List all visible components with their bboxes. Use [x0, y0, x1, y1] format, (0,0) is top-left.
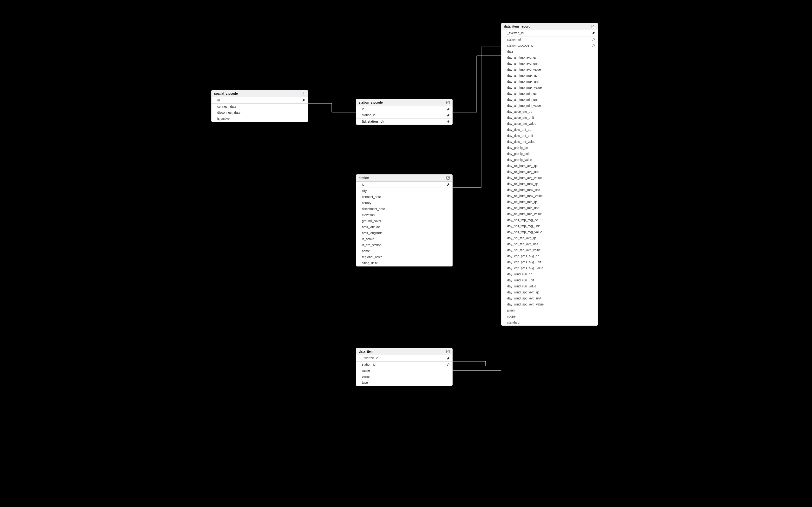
column-row[interactable]: day_air_tmp_min_qc	[502, 91, 598, 97]
column-row[interactable]: day_rel_hum_min_value	[502, 211, 598, 217]
column-row[interactable]: day_rel_hum_avg_value	[502, 175, 598, 181]
column-row[interactable]: day_precip_unit	[502, 151, 598, 157]
expand-icon[interactable]	[446, 101, 450, 104]
table-title: spatial_zipcode	[214, 92, 238, 95]
column-row[interactable]: connect_date	[356, 194, 452, 200]
table-header[interactable]: station	[356, 175, 452, 181]
column-row[interactable]: date	[502, 49, 598, 55]
table-header[interactable]: data_item	[356, 348, 452, 355]
column-row[interactable]: standard	[502, 320, 598, 326]
table-header[interactable]: spatial_zipcode	[212, 90, 308, 97]
column-row[interactable]: day_wind_spd_avg_value	[502, 301, 598, 307]
column-row[interactable]: type	[356, 380, 452, 386]
column-row[interactable]: day_rel_hum_max_qc	[502, 181, 598, 187]
column-row[interactable]: owner	[356, 374, 452, 380]
column-row[interactable]: day_vap_pres_avg_qc	[502, 253, 598, 259]
column-row[interactable]: county	[356, 200, 452, 206]
table-data_item_record[interactable]: data_item_record_fivetran_idstation_idst…	[501, 23, 598, 326]
expand-icon[interactable]	[446, 176, 450, 180]
column-row[interactable]: day_air_tmp_min_unit	[502, 97, 598, 103]
column-row[interactable]: station_zipcode_id	[502, 43, 598, 49]
column-row[interactable]: day_dew_pnt_unit	[502, 133, 598, 139]
column-row[interactable]: day_sol_rad_avg_qc	[502, 235, 598, 241]
table-data_item[interactable]: data_item_fivetran_idstation_idnameowner…	[356, 348, 453, 386]
column-row[interactable]: day_precip_value	[502, 157, 598, 163]
table-header[interactable]: station_zipcode	[356, 99, 452, 106]
table-station_zipcode[interactable]: station_zipcodeidstation_id(id, station_…	[356, 99, 453, 125]
expand-icon[interactable]	[446, 350, 450, 353]
column-row[interactable]: name	[356, 248, 452, 254]
column-row[interactable]: station_id	[356, 361, 452, 368]
column-row[interactable]: day_asce_eto_qc	[502, 109, 598, 115]
column-row[interactable]: day_rel_hum_avg_unit	[502, 169, 598, 175]
column-row[interactable]: elevation	[356, 212, 452, 218]
column-row[interactable]: hms_latitude	[356, 224, 452, 230]
column-row[interactable]: day_rel_hum_min_qc	[502, 199, 598, 205]
column-row[interactable]: day_air_tmp_max_qc	[502, 72, 598, 78]
column-row[interactable]: city	[356, 188, 452, 194]
column-row[interactable]: day_sol_rad_avg_unit	[502, 241, 598, 247]
column-row[interactable]: name	[356, 368, 452, 374]
table-body: _fivetran_idstation_idstation_zipcode_id…	[502, 30, 598, 326]
column-row[interactable]: day_vap_pres_avg_unit	[502, 259, 598, 265]
column-row[interactable]: julian	[502, 307, 598, 314]
column-row[interactable]: day_dew_pnt_qc	[502, 127, 598, 133]
column-name: day_rel_hum_min_qc	[507, 200, 538, 204]
erd-canvas[interactable]: spatial_zipcodeidconnect_datedisconnect_…	[0, 0, 812, 507]
column-row[interactable]: _fivetran_id	[502, 30, 598, 37]
column-row[interactable]: day_rel_hum_max_unit	[502, 187, 598, 193]
column-row[interactable]: day_air_tmp_avg_value	[502, 66, 598, 72]
column-row[interactable]: is_eto_station	[356, 242, 452, 248]
column-name: day_wind_spd_avg_qc	[507, 291, 540, 294]
column-row[interactable]: day_precip_qc	[502, 145, 598, 151]
column-row[interactable]: id	[356, 181, 452, 188]
column-row[interactable]: day_wind_run_value	[502, 283, 598, 289]
column-row[interactable]: id	[356, 106, 452, 112]
column-row[interactable]: regional_office	[356, 254, 452, 260]
column-row[interactable]: is_active	[356, 236, 452, 242]
table-spatial_zipcode[interactable]: spatial_zipcodeidconnect_datedisconnect_…	[211, 90, 308, 122]
expand-icon[interactable]	[592, 25, 595, 28]
column-row[interactable]: day_rel_hum_max_value	[502, 193, 598, 199]
primary-key-icon	[447, 114, 450, 117]
column-row[interactable]: hms_longitude	[356, 230, 452, 236]
column-row[interactable]: day_air_tmp_avg_qc	[502, 55, 598, 60]
column-row[interactable]: ground_cover	[356, 218, 452, 224]
column-row[interactable]: day_soil_tmp_avg_qc	[502, 217, 598, 223]
column-name: day_sol_rad_avg_unit	[507, 242, 538, 246]
column-row[interactable]: day_soil_tmp_avg_unit	[502, 223, 598, 229]
expand-icon[interactable]	[302, 92, 305, 95]
column-row[interactable]: is_active	[212, 116, 308, 122]
column-row[interactable]: day_wind_spd_avg_qc	[502, 289, 598, 295]
column-row[interactable]: day_asce_eto_value	[502, 121, 598, 127]
column-row[interactable]: day_vap_pres_avg_value	[502, 265, 598, 271]
column-row[interactable]: id	[212, 97, 308, 104]
column-row[interactable]: day_sol_rad_avg_value	[502, 247, 598, 253]
column-name: (id, station_id)	[362, 120, 384, 123]
column-row[interactable]: day_air_tmp_avg_unit	[502, 60, 598, 66]
column-name: day_dew_pnt_value	[507, 140, 536, 144]
column-name: day_rel_hum_max_value	[507, 194, 543, 198]
column-row[interactable]: day_wind_run_qc	[502, 271, 598, 277]
column-row[interactable]: (id, station_id)	[356, 118, 452, 124]
column-row[interactable]: disconnect_date	[356, 206, 452, 212]
column-row[interactable]: day_rel_hum_avg_qc	[502, 163, 598, 169]
column-row[interactable]: day_wind_run_unit	[502, 277, 598, 283]
column-row[interactable]: day_asce_eto_unit	[502, 115, 598, 121]
column-row[interactable]: _fivetran_id	[356, 355, 452, 361]
column-row[interactable]: day_soil_tmp_avg_value	[502, 229, 598, 235]
column-row[interactable]: day_wind_spd_avg_unit	[502, 295, 598, 301]
column-row[interactable]: day_air_tmp_max_value	[502, 84, 598, 91]
column-row[interactable]: scope	[502, 314, 598, 320]
column-row[interactable]: connect_date	[212, 104, 308, 110]
column-row[interactable]: day_air_tmp_min_value	[502, 103, 598, 109]
table-station[interactable]: stationidcityconnect_datecountydisconnec…	[356, 174, 453, 267]
column-row[interactable]: day_dew_pnt_value	[502, 139, 598, 145]
column-row[interactable]: day_air_tmp_max_unit	[502, 78, 598, 84]
column-row[interactable]: station_id	[502, 37, 598, 43]
column-row[interactable]: disconnect_date	[212, 110, 308, 116]
column-row[interactable]: day_rel_hum_min_unit	[502, 205, 598, 211]
column-row[interactable]: station_id	[356, 112, 452, 118]
column-row[interactable]: siting_desc	[356, 260, 452, 266]
table-header[interactable]: data_item_record	[502, 23, 598, 30]
